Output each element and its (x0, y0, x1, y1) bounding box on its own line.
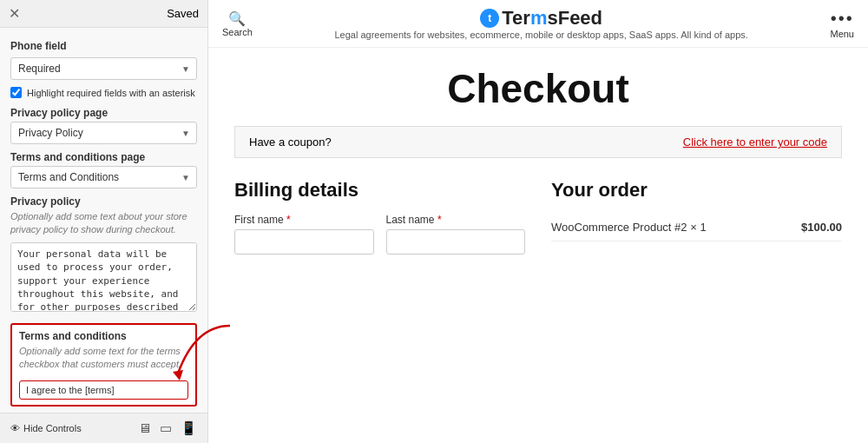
privacy-policy-desc: Optionally add some text about your stor… (10, 210, 197, 237)
checkout-content: Checkout Have a coupon? Click here to en… (208, 48, 868, 443)
first-name-field: First name * (234, 214, 374, 255)
order-title: Your order (551, 179, 842, 202)
device-icons-group: 🖥 ▭ 📱 (138, 420, 197, 436)
highlight-required-row: Highlight required fields with an asteri… (10, 87, 197, 98)
termsfeed-logo: t TermsFeed (480, 7, 602, 30)
last-name-input[interactable] (386, 229, 526, 255)
termsfeed-icon: t (480, 9, 499, 28)
tf-icon-letter: t (488, 12, 491, 24)
first-name-input[interactable] (234, 229, 374, 255)
last-name-required: * (437, 214, 442, 226)
billing-column: Billing details First name * Last name * (234, 179, 525, 255)
name-fields-row: First name * Last name * (234, 214, 525, 255)
privacy-policy-page-label: Privacy policy page (10, 107, 197, 119)
settings-panel: ✕ Saved Phone field Required Optional Hi… (0, 0, 208, 443)
termsfeed-brand-text2: sFeed (547, 7, 602, 30)
order-item-row: WooCommerce Product #2 × 1 $100.00 (551, 214, 842, 241)
search-area[interactable]: 🔍 Search (222, 10, 253, 37)
checkout-columns: Billing details First name * Last name * (234, 179, 842, 255)
menu-label: Menu (830, 29, 854, 39)
coupon-text: Have a coupon? (249, 136, 332, 149)
menu-area[interactable]: ••• Menu (830, 9, 854, 39)
search-icon: 🔍 (228, 10, 246, 27)
privacy-policy-select[interactable]: Privacy Policy (10, 122, 197, 144)
mobile-icon[interactable]: 📱 (181, 420, 197, 436)
phone-field-select[interactable]: Required Optional Hidden (10, 57, 197, 80)
phone-field-select-wrapper: Required Optional Hidden ▼ (10, 57, 197, 80)
close-icon[interactable]: ✕ (9, 5, 20, 22)
privacy-policy-select-wrapper: Privacy Policy ▼ (10, 122, 197, 144)
panel-header: ✕ Saved (0, 0, 207, 28)
eye-icon: 👁 (10, 423, 20, 433)
menu-dots-icon: ••• (831, 9, 854, 29)
panel-content: Phone field Required Optional Hidden ▼ H… (0, 28, 207, 413)
phone-field-label: Phone field (10, 40, 197, 52)
highlight-required-checkbox[interactable] (10, 87, 22, 98)
coupon-link[interactable]: Click here to enter your code (683, 136, 827, 149)
termsfeed-branding: t TermsFeed Legal agreements for website… (263, 7, 820, 40)
hide-controls-label: Hide Controls (23, 423, 82, 433)
tablet-icon[interactable]: ▭ (160, 420, 172, 436)
panel-footer: 👁 Hide Controls 🖥 ▭ 📱 (0, 413, 207, 443)
termsfeed-tagline: Legal agreements for websites, ecommerce… (335, 30, 748, 40)
termsfeed-brand-text: Ter (502, 7, 530, 30)
hide-controls-button[interactable]: 👁 Hide Controls (10, 423, 82, 433)
termsfeed-header: 🔍 Search t TermsFeed Legal agreements fo… (208, 0, 868, 48)
checkout-title: Checkout (234, 65, 842, 112)
saved-label: Saved (167, 7, 199, 20)
privacy-policy-textarea[interactable]: Your personal data will be used to proce… (10, 242, 197, 312)
order-column: Your order WooCommerce Product #2 × 1 $1… (551, 179, 842, 255)
order-price: $100.00 (801, 221, 842, 234)
terms-page-label: Terms and conditions page (10, 151, 197, 163)
search-label: Search (222, 27, 253, 37)
terms-page-select[interactable]: Terms and Conditions (10, 166, 197, 188)
first-name-label: First name * (234, 214, 374, 226)
terms-section-desc: Optionally add some text for the terms c… (19, 345, 188, 372)
first-name-required: * (286, 214, 291, 226)
main-content-panel: 🔍 Search t TermsFeed Legal agreements fo… (208, 0, 868, 443)
terms-section-title: Terms and conditions (19, 330, 188, 342)
last-name-field: Last name * (386, 214, 526, 255)
desktop-icon[interactable]: 🖥 (138, 420, 151, 436)
terms-input[interactable] (19, 380, 188, 400)
termsfeed-brand-highlight: m (530, 7, 548, 30)
terms-page-select-wrapper: Terms and Conditions ▼ (10, 166, 197, 188)
billing-title: Billing details (234, 179, 525, 202)
highlight-required-label: Highlight required fields with an asteri… (27, 88, 195, 98)
order-product-name: WooCommerce Product #2 × 1 (551, 221, 707, 234)
terms-conditions-section: Terms and conditions Optionally add some… (10, 323, 197, 407)
last-name-label: Last name * (386, 214, 526, 226)
privacy-policy-section-title: Privacy policy (10, 195, 197, 208)
coupon-bar: Have a coupon? Click here to enter your … (234, 126, 842, 158)
